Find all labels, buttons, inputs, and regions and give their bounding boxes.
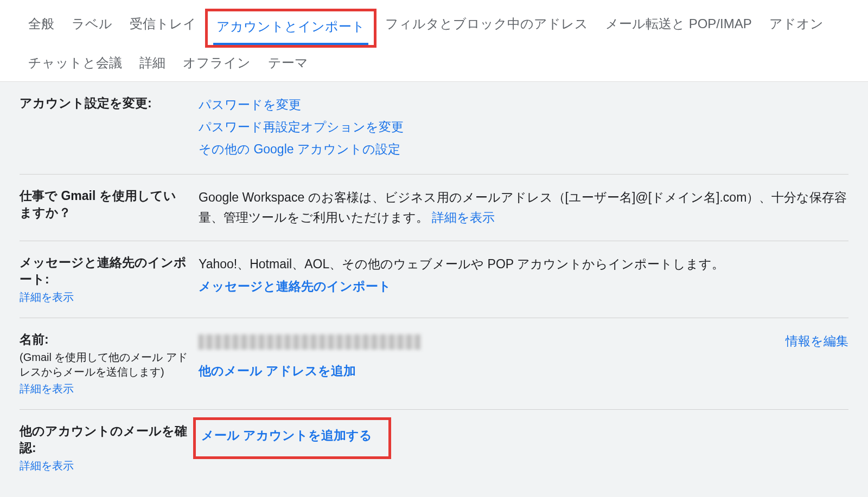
tab-labels[interactable]: ラベル (63, 9, 121, 48)
label-check-other: 他のアカウントのメールを確認: 詳細を表示 (20, 423, 188, 473)
tab-addons[interactable]: アドオン (761, 9, 832, 48)
link-import-learn-more[interactable]: 詳細を表示 (20, 291, 74, 303)
value-check-other: メール アカウントを追加する (199, 423, 848, 473)
label-import-text: メッセージと連絡先のインポート: (20, 255, 187, 286)
link-import-messages-contacts[interactable]: メッセージと連絡先のインポート (199, 276, 848, 296)
link-other-google-settings[interactable]: その他の Google アカウントの設定 (199, 139, 848, 159)
tab-chat-meet[interactable]: チャットと会議 (20, 48, 131, 81)
label-name-text: 名前: (20, 332, 49, 346)
tab-offline[interactable]: オフライン (174, 48, 259, 81)
settings-content: アカウント設定を変更: パスワードを変更 パスワード再設定オプションを変更 その… (0, 82, 868, 497)
label-gmail-work: 仕事で Gmail を使用していますか？ (20, 188, 188, 228)
link-change-recovery[interactable]: パスワード再設定オプションを変更 (199, 117, 848, 137)
tab-inbox[interactable]: 受信トレイ (121, 9, 205, 48)
link-check-other-learn-more[interactable]: 詳細を表示 (20, 460, 74, 472)
value-gmail-work: Google Workspace のお客様は、ビジネス用のメールアドレス（[ユー… (199, 188, 848, 228)
link-add-mail-account[interactable]: メール アカウントを追加する (201, 428, 372, 442)
tab-general[interactable]: 全般 (20, 9, 63, 48)
label-account-settings: アカウント設定を変更: (20, 95, 188, 161)
value-import: Yahoo!、Hotmail、AOL、その他のウェブメールや POP アカウント… (199, 254, 848, 305)
value-account-settings: パスワードを変更 パスワード再設定オプションを変更 その他の Google アカ… (199, 95, 848, 161)
redacted-email (199, 334, 421, 350)
link-edit-info[interactable]: 情報を編集 (786, 334, 848, 348)
tab-themes[interactable]: テーマ (259, 48, 317, 81)
text-import-desc: Yahoo!、Hotmail、AOL、その他のウェブメールや POP アカウント… (199, 254, 848, 274)
section-gmail-work: 仕事で Gmail を使用していますか？ Google Workspace のお… (20, 175, 848, 241)
label-name: 名前: (Gmail を使用して他のメール アドレスからメールを送信します) 詳… (20, 331, 188, 396)
text-gmail-work-desc: Google Workspace のお客様は、ビジネス用のメールアドレス（[ユー… (199, 190, 847, 224)
label-check-other-text: 他のアカウントのメールを確認: (20, 424, 187, 455)
value-name: 他のメール アドレスを追加 情報を編集 (199, 331, 848, 381)
section-account-settings: アカウント設定を変更: パスワードを変更 パスワード再設定オプションを変更 その… (20, 82, 848, 175)
link-add-another-email[interactable]: 他のメール アドレスを追加 (199, 364, 356, 378)
tab-accounts-import[interactable]: アカウントとインポート (205, 9, 376, 48)
settings-tabs: 全般 ラベル 受信トレイ アカウントとインポート フィルタとブロック中のアドレス… (0, 0, 868, 82)
label-import: メッセージと連絡先のインポート: 詳細を表示 (20, 254, 188, 305)
section-check-other: 他のアカウントのメールを確認: 詳細を表示 メール アカウントを追加する (20, 410, 848, 486)
link-gmail-work-learn-more[interactable]: 詳細を表示 (432, 210, 495, 224)
tab-advanced[interactable]: 詳細 (131, 48, 174, 81)
section-name: 名前: (Gmail を使用して他のメール アドレスからメールを送信します) 詳… (20, 318, 848, 410)
label-name-sub: (Gmail を使用して他のメール アドレスからメールを送信します) (20, 350, 188, 379)
section-import: メッセージと連絡先のインポート: 詳細を表示 Yahoo!、Hotmail、AO… (20, 241, 848, 318)
link-change-password[interactable]: パスワードを変更 (199, 95, 848, 115)
link-name-learn-more[interactable]: 詳細を表示 (20, 383, 74, 395)
tab-filters-blocked[interactable]: フィルタとブロック中のアドレス (376, 9, 597, 48)
tab-forwarding-pop-imap[interactable]: メール転送と POP/IMAP (597, 9, 761, 48)
